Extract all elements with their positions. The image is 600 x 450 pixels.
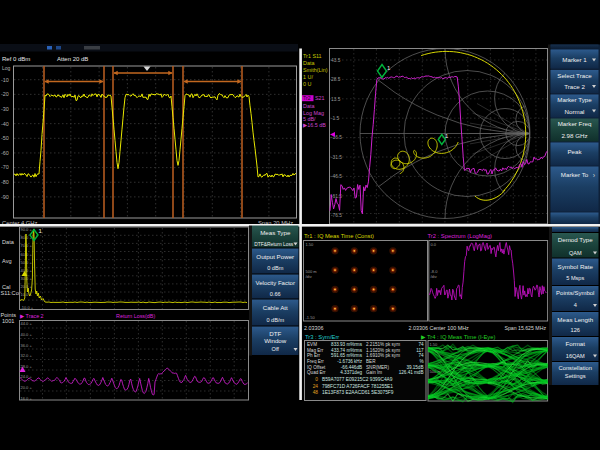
svg-text:-1.6736 kHz: -1.6736 kHz [337,359,362,364]
svg-text:/div: /div [431,274,437,279]
svg-text:13.5: 13.5 [331,97,341,102]
svg-text:74: 74 [418,353,424,358]
svg-text:▶ Trace 2: ▶ Trace 2 [20,313,44,319]
svg-text:4.3371deg: 4.3371deg [340,370,362,375]
svg-text:SNR(MER): SNR(MER) [366,365,389,370]
svg-text:48: 48 [313,390,319,395]
svg-text:Data: Data [303,103,314,109]
svg-text:/div: /div [306,274,312,279]
svg-text:126.41 mdB: 126.41 mdB [399,370,424,375]
svg-text:Output Power: Output Power [256,253,294,260]
svg-text:2.2151% pk sym: 2.2151% pk sym [366,342,400,347]
svg-text:B59A7077 E09215C2 9399C4A9: B59A7077 E09215C2 9399C4A9 [322,377,393,382]
svg-text:0 dB/m: 0 dB/m [266,317,284,323]
svg-text:-20: -20 [1,91,9,97]
svg-text:Meas Type: Meas Type [260,229,291,236]
svg-text:Tr2: Tr2 [303,95,311,101]
svg-text:Smith(Lin): Smith(Lin) [303,67,328,73]
svg-text:Peak: Peak [567,148,582,155]
svg-text:Quad Err: Quad Err [307,370,326,375]
svg-text:Constellation: Constellation [558,365,592,371]
svg-text:-70: -70 [1,164,9,170]
svg-text:-60: -60 [1,150,9,156]
svg-text:0.66: 0.66 [270,291,281,297]
svg-text:Gain Im: Gain Im [366,370,382,375]
svg-text:1001: 1001 [2,318,14,324]
svg-text:Log Mag: Log Mag [303,110,324,116]
svg-text:-90: -90 [1,194,9,200]
svg-text:Marker 1: Marker 1 [562,56,587,63]
svg-text:Mag Err: Mag Err [307,348,324,353]
svg-text:Demod Type: Demod Type [558,236,594,243]
svg-text:▶16.5 dB: ▶16.5 dB [303,122,326,128]
svg-text:5 Msps: 5 Msps [566,275,584,281]
svg-text:117: 117 [416,348,424,353]
svg-text:EVM: EVM [307,342,317,347]
svg-text:-1.5: -1.5 [331,116,340,121]
svg-text:-40: -40 [1,121,9,127]
svg-text:-30: -30 [1,106,9,112]
svg-text:-50: -50 [1,135,9,141]
svg-text:S11:Cor: S11:Cor [1,290,21,296]
svg-text:Avg: Avg [2,258,12,264]
svg-text:Tr1 : IQ Meas Time (Const): Tr1 : IQ Meas Time (Const) [304,233,374,239]
svg-text:-10: -10 [1,77,9,83]
svg-text:Symbol Rate: Symbol Rate [558,263,594,270]
svg-text:DTF&Return Loss: DTF&Return Loss [254,242,294,247]
svg-text:36.0 +: 36.0 + [21,343,33,348]
svg-text:16QAM: 16QAM [566,353,585,359]
svg-text:-16.5: -16.5 [331,135,342,140]
svg-text:2.03306: 2.03306 [304,325,324,331]
svg-text:-46.5: -46.5 [331,174,342,179]
svg-text:-76.5: -76.5 [331,213,342,218]
svg-text:43.5: 43.5 [331,58,341,63]
svg-text:Tr2 : Spectrum (LogMag): Tr2 : Spectrum (LogMag) [428,233,493,239]
svg-text:-1.50: -1.50 [306,315,316,320]
svg-text:Data: Data [303,60,314,66]
svg-text:Return Loss(dB): Return Loss(dB) [116,313,155,319]
svg-text:Meas Length: Meas Length [557,316,593,323]
svg-text:0: 0 [315,377,318,382]
svg-text:Cal: Cal [2,284,10,290]
svg-text:1.50: 1.50 [430,342,439,347]
svg-text:Span 15.625 MHz: Span 15.625 MHz [504,325,546,331]
svg-text:5 dB/: 5 dB/ [303,116,316,122]
svg-text:QAM: QAM [569,250,582,256]
svg-text:IQ Offset: IQ Offset [307,365,326,370]
svg-text:44.0 +: 44.0 + [21,321,33,326]
svg-text:1.6910% pk sym: 1.6910% pk sym [366,353,400,358]
svg-text:1E13F873 E2AACD61 5E3075F9: 1E13F873 E2AACD61 5E3075F9 [322,390,394,395]
svg-text:16.0 +: 16.0 + [21,396,33,401]
svg-text:Data: Data [2,239,15,245]
svg-text:90.0 +: 90.0 + [21,227,33,232]
svg-text:-31.5: -31.5 [331,155,342,160]
svg-text:1.50: 1.50 [306,242,315,247]
svg-text:433.74 m%rms: 433.74 m%rms [331,348,363,353]
svg-text:591.65 m%rms: 591.65 m%rms [331,353,363,358]
svg-text:20.0 +: 20.0 + [21,385,33,390]
svg-text:39.15dB: 39.15dB [406,365,423,370]
svg-text:32.0 +: 32.0 + [21,353,33,358]
svg-text:798FC71D A726FACF 781255E1: 798FC71D A726FACF 781255E1 [322,384,393,389]
svg-text:DTF: DTF [269,330,281,337]
svg-text:Log: Log [2,65,11,71]
svg-text:S21: S21 [315,95,325,101]
svg-text:Select Trace: Select Trace [557,72,592,79]
svg-text:0 U: 0 U [303,81,311,87]
svg-text:Atten 20 dB: Atten 20 dB [57,56,88,62]
svg-text:4: 4 [574,302,577,308]
svg-text:Settings: Settings [565,373,586,379]
svg-text:Normal: Normal [565,108,585,115]
svg-text:Cable Att: Cable Att [263,304,288,311]
svg-text:Tr1 S11: Tr1 S11 [303,53,322,59]
svg-text:Freq Err: Freq Err [307,359,324,364]
svg-text:Marker Type: Marker Type [557,96,592,103]
svg-text:0 dBm: 0 dBm [267,265,284,271]
svg-text:Ph Err: Ph Err [307,353,320,358]
svg-text:1 U/: 1 U/ [303,74,313,80]
svg-text:-80: -80 [1,179,9,185]
svg-text:40.0 +: 40.0 + [21,332,33,337]
svg-text:%: % [419,359,423,364]
svg-text:2.98 GHz: 2.98 GHz [561,132,587,139]
svg-text:Marker Freq: Marker Freq [558,120,592,127]
